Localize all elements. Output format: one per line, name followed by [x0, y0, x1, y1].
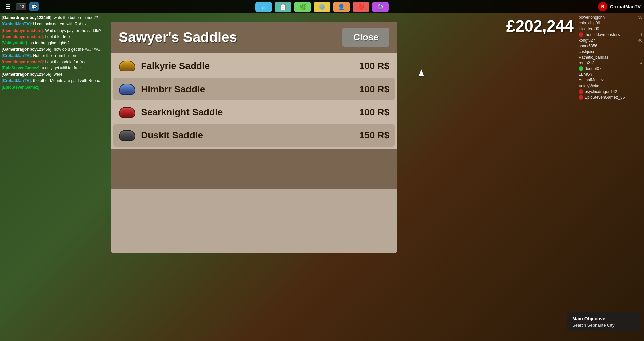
player-level: 35 [638, 15, 642, 19]
chat-text: were [54, 72, 62, 77]
chat-messages: [Gamerdragonboy123456]: wats the button … [2, 15, 106, 90]
nav-icon-4[interactable]: ⚙️ [314, 2, 330, 12]
nav-icon-7[interactable]: 🔮 [372, 2, 389, 12]
player-dot [579, 95, 583, 100]
chat-text: u only get ### for free [42, 66, 81, 70]
item-price: 100 R$ [359, 84, 389, 95]
player-name: EpicStevenGamez_56 [585, 95, 642, 100]
chat-text: how do u get the ######## [54, 47, 102, 52]
chat-line: [themiddaymonsters]: I got the saddle fo… [2, 59, 106, 65]
nav-icon-1[interactable]: 💧 [255, 2, 272, 12]
chat-text: U can only get em with Robux.. [33, 22, 89, 26]
chat-text: the other Mounts are paid with Robux [33, 78, 100, 83]
player-entry: doooof07 [579, 66, 642, 71]
saddle-icon-falkyrie [119, 58, 136, 74]
saddle-icon-himbrr [119, 81, 136, 98]
chat-icon-button[interactable]: 💬 [29, 2, 39, 11]
player-entry: shark5356 [579, 44, 642, 48]
player-name: romp213 [579, 61, 639, 65]
player-entry: cashjuice [579, 49, 642, 54]
chat-line: [VoidlyViotic]: so for bragging rights? [2, 40, 106, 46]
chat-line: [CrobatManTV]: the other Mounts are paid… [2, 78, 106, 84]
objective-text: Search Sepharite City [572, 323, 635, 328]
player-entry: chip_chip06 [579, 21, 642, 25]
saddle-image [119, 84, 135, 95]
chat-text: I got the saddle for free [45, 60, 86, 64]
players-panel: powerlongjohn 35 chip_chip06 Elcartero00… [577, 13, 644, 102]
username-label: CrobatManTV [610, 4, 641, 9]
shop-item-falkyrie[interactable]: Falkyrie Saddle 100 R$ [113, 55, 395, 77]
chat-username: [themiddaymonsters]: [2, 60, 44, 64]
player-level: 4 [640, 61, 642, 65]
chat-line: [Gamerdragonboy123456]: how do u get the… [2, 47, 106, 52]
player-name: chip_chip06 [579, 21, 642, 25]
chat-line: [themiddaymonsters]: Wait u guys pay for… [2, 28, 106, 34]
item-price: 100 R$ [359, 107, 389, 118]
currency-display: £202,244 [506, 17, 574, 35]
chat-text: I got it for free [45, 34, 70, 39]
nav-icon-5[interactable]: 👤 [333, 2, 350, 12]
top-right-user: R CrobatManTV [598, 0, 644, 13]
modal-overlay: Sawyer's Saddles Close Falkyrie Saddle 1… [111, 22, 397, 341]
saddle-image [119, 130, 135, 141]
chat-username: [Gamerdragonboy123456]: [2, 15, 53, 20]
chat-username: [EpicStevenGamez]: [2, 85, 41, 90]
nav-icon-3[interactable]: 🌿 [294, 2, 311, 12]
player-name: AnimalMastez [579, 78, 642, 82]
top-nav-icons: 💧 📋 🌿 ⚙️ 👤 ❤️ 🔮 [255, 2, 389, 12]
hamburger-button[interactable]: ☰ [3, 2, 13, 12]
shop-bottom-section [111, 149, 397, 189]
player-entry: LBMGYT [579, 72, 642, 77]
chat-line: [Gamerdragonboy123456]: wats the button … [2, 15, 106, 21]
player-entry: AnimalMastez [579, 78, 642, 82]
player-level: 1 [640, 33, 642, 37]
top-bar: ☰ -13 💬 💧 📋 🌿 ⚙️ 👤 ❤️ 🔮 R CrobatManTV [0, 0, 644, 13]
chat-username: [VoidlyViotic]: [2, 41, 29, 45]
objective-box: Main Objective Search Sepharite City [567, 312, 641, 331]
nav-icon-6[interactable]: ❤️ [353, 2, 369, 12]
shop-item-himbrr[interactable]: Himbrr Saddle 100 R$ [113, 78, 395, 100]
player-name: Pathetic_pandas [579, 55, 642, 60]
player-name: kongfu27 [579, 38, 637, 43]
chat-username: [themiddaymonsters]: [2, 34, 44, 39]
chat-username: [CrobatManTV]: [2, 22, 32, 26]
player-dot [579, 32, 583, 37]
notification-badge[interactable]: -13 [16, 3, 26, 10]
chat-username: [Gamerdragonboy123456]: [2, 72, 53, 77]
player-name: shark5356 [579, 44, 642, 48]
player-entry: psychicdragon142 [579, 89, 642, 94]
saddle-icon-searknight [119, 104, 136, 121]
chat-text: wats the button to ride?? [54, 15, 98, 20]
chat-line: [themiddaymonsters]: I got it for free [2, 34, 106, 40]
chat-text: Not for the Tr um bull on [33, 53, 76, 58]
nav-icon-2[interactable]: 📋 [275, 2, 291, 12]
close-button[interactable]: Close [342, 28, 389, 47]
player-entry: Pathetic_pandas [579, 55, 642, 60]
player-level: 40 [638, 38, 642, 42]
shop-title: Sawyer's Saddles [119, 29, 237, 45]
item-name: Himbrr Saddle [141, 84, 359, 95]
chat-username: [themiddaymonsters]: [2, 28, 44, 33]
chat-username: [Gamerdragonboy123456]: [2, 47, 53, 52]
shop-item-duskit[interactable]: Duskit Saddle 150 R$ [113, 124, 395, 147]
chat-username: [CrobatManTV]: [2, 53, 32, 58]
item-price: 100 R$ [359, 61, 389, 71]
chat-text: so for bragging rights? [30, 41, 69, 45]
player-entry: Elcartero00 [579, 26, 642, 31]
player-entry: kongfu27 40 [579, 38, 642, 43]
chat-line: [EpicStevenGamez]: u only get ### for fr… [2, 65, 106, 71]
player-entry: powerlongjohn 35 [579, 15, 642, 20]
player-name: VoidlyViotic [579, 83, 642, 88]
item-name: Falkyrie Saddle [141, 61, 359, 71]
shop-header: Sawyer's Saddles Close [111, 22, 397, 53]
shop-item-searknight[interactable]: Searknight Saddle 100 R$ [113, 101, 395, 123]
chat-line: [CrobatManTV]: Not for the Tr um bull on [2, 53, 106, 59]
saddle-image [119, 107, 135, 118]
player-dot [579, 66, 583, 71]
player-name: themiddaymonsters [585, 32, 639, 37]
chat-line: [EpicStevenGamez]: _____________________… [2, 84, 106, 90]
player-entry: romp213 4 [579, 61, 642, 65]
items-list: Falkyrie Saddle 100 R$ Himbrr Saddle 100… [111, 53, 397, 149]
chat-text: ________________________________ [42, 86, 101, 89]
item-price: 150 R$ [359, 130, 389, 141]
